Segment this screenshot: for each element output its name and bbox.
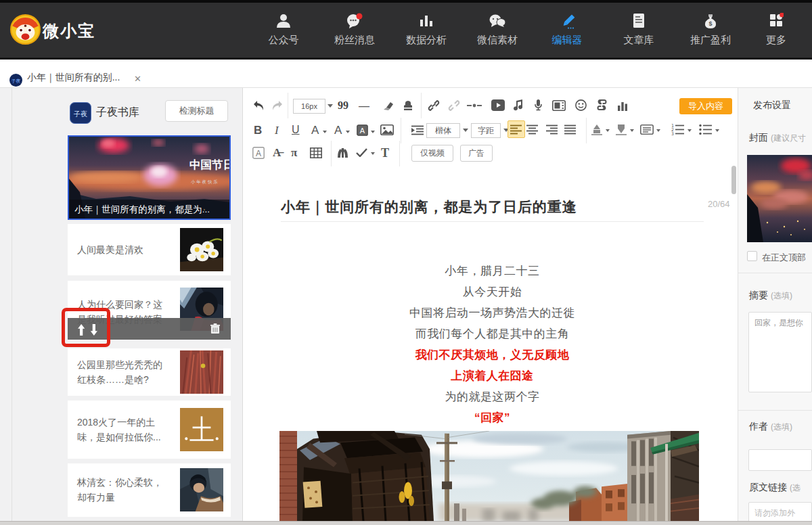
svg-text:小年｜世间所有的别离，都是为...: 小年｜世间所有的别离，都是为...: [74, 204, 210, 215]
svg-text:子夜: 子夜: [73, 110, 87, 118]
svg-text:A: A: [360, 127, 365, 135]
svg-text:3: 3: [671, 131, 674, 135]
svg-text:中国节日: 中国节日: [189, 158, 229, 170]
svg-text:小 年 夜 快 乐: 小 年 夜 快 乐: [191, 179, 218, 184]
svg-text:子夜: 子夜: [12, 78, 21, 84]
svg-text:A: A: [256, 149, 261, 158]
svg-text:$: $: [708, 20, 712, 27]
